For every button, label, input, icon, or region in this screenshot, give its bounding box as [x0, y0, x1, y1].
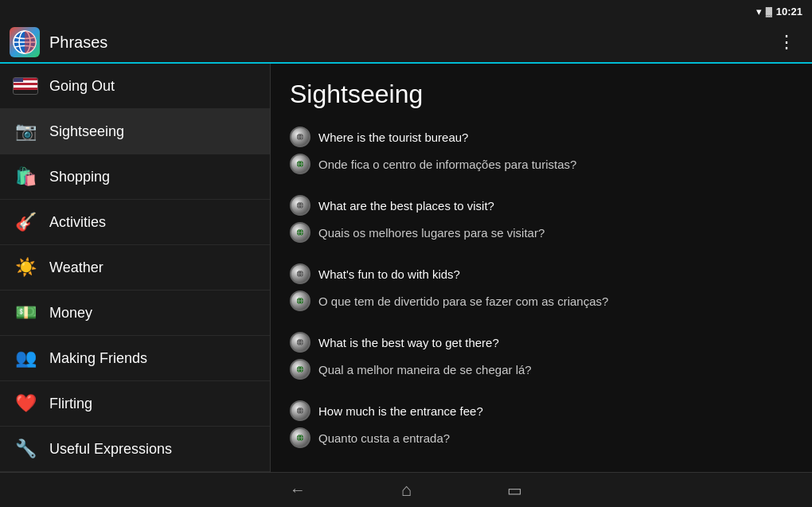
recent-button[interactable]: ▭	[499, 476, 530, 505]
money-icon: 💵	[11, 298, 40, 327]
app-icon	[10, 27, 40, 57]
content-area: Sightseeing Where is the tourist bureau?…	[271, 64, 812, 472]
making-friends-label: Making Friends	[49, 350, 147, 367]
sidebar: Going Out📷Sightseeing🛍️Shopping🎸Activiti…	[0, 64, 271, 472]
speak-icon-en[interactable]	[290, 127, 310, 147]
phrase-row-pt[interactable]: Quais os melhores lugares para se visita…	[290, 219, 793, 246]
sidebar-item-weather[interactable]: ☀️Weather	[0, 245, 270, 291]
main-layout: Going Out📷Sightseeing🛍️Shopping🎸Activiti…	[0, 64, 812, 472]
weather-icon: ☀️	[11, 253, 40, 282]
speak-icon-pt[interactable]	[290, 154, 310, 174]
phrase-text-en: How much is the entrance fee?	[318, 404, 483, 418]
speak-icon-pt[interactable]	[290, 222, 310, 243]
phrase-row-en[interactable]: What's fun to do with kids?	[290, 260, 793, 287]
flirting-label: Flirting	[49, 396, 92, 412]
going-out-label: Going Out	[49, 78, 115, 95]
action-bar: Phrases ⋮	[0, 22, 812, 64]
activities-icon: 🎸	[11, 208, 40, 236]
phrase-row-pt[interactable]: Qual a melhor maneira de se chegar lá?	[290, 356, 793, 383]
phrase-row-pt[interactable]: Quanto custa a entrada?	[290, 424, 793, 451]
more-menu-button[interactable]: ⋮	[771, 29, 802, 56]
money-label: Money	[49, 305, 92, 322]
phrase-text-pt: Quanto custa a entrada?	[318, 431, 450, 445]
sidebar-item-money[interactable]: 💵Money	[0, 291, 270, 336]
useful-expressions-label: Useful Expressions	[49, 441, 172, 458]
nav-bar: ← ⌂ ▭	[0, 472, 812, 507]
phrase-pair: What's fun to do with kids?O que tem de …	[290, 260, 793, 314]
going-out-icon	[11, 72, 40, 100]
shopping-label: Shopping	[49, 169, 110, 185]
phrase-row-en[interactable]: Where is the tourist bureau?	[290, 123, 793, 150]
sidebar-item-going-out[interactable]: Going Out	[0, 64, 270, 109]
app-title: Phrases	[49, 33, 771, 52]
phrase-row-en[interactable]: What are the best places to visit?	[290, 192, 793, 219]
useful-expressions-icon: 🔧	[11, 435, 40, 463]
sidebar-item-making-friends[interactable]: 👥Making Friends	[0, 336, 270, 381]
sidebar-item-sightseeing[interactable]: 📷Sightseeing	[0, 109, 270, 154]
speak-icon-en[interactable]	[290, 332, 310, 353]
shopping-icon: 🛍️	[11, 162, 40, 191]
phrase-text-pt: Qual a melhor maneira de se chegar lá?	[318, 363, 532, 376]
status-time: 10:21	[776, 6, 802, 18]
phrase-pair: Where is the tourist bureau?Onde fica o …	[290, 123, 793, 177]
making-friends-icon: 👥	[11, 344, 40, 372]
phrase-text-en: What are the best places to visit?	[318, 199, 494, 213]
activities-label: Activities	[49, 214, 106, 231]
phrase-row-en[interactable]: What is the best way to get there?	[290, 329, 793, 356]
speak-icon-en[interactable]	[290, 195, 310, 216]
sidebar-item-flirting[interactable]: ❤️Flirting	[0, 381, 270, 427]
phrase-text-pt: O que tem de divertido para se fazer com…	[318, 294, 608, 308]
phrase-text-pt: Quais os melhores lugares para se visita…	[318, 226, 545, 240]
status-icons: ▾ ▓ 10:21	[756, 6, 802, 18]
speak-icon-pt[interactable]	[290, 291, 310, 311]
phrase-pair: What are the best places to visit?Quais …	[290, 192, 793, 246]
speak-icon-pt[interactable]	[290, 427, 310, 448]
phrase-text-en: Where is the tourist bureau?	[318, 131, 468, 144]
phrase-pair: How much is the entrance fee?Quanto cust…	[290, 397, 793, 451]
phrase-text-en: What is the best way to get there?	[318, 336, 499, 349]
phrase-row-pt[interactable]: Onde fica o centro de informações para t…	[290, 150, 793, 177]
sightseeing-label: Sightseeing	[49, 123, 124, 140]
sidebar-item-useful-expressions[interactable]: 🔧Useful Expressions	[0, 427, 270, 472]
phrase-pair: What is the best way to get there?Qual a…	[290, 329, 793, 383]
home-button[interactable]: ⌂	[393, 475, 420, 505]
back-button[interactable]: ←	[282, 476, 314, 504]
phrase-row-pt[interactable]: O que tem de divertido para se fazer com…	[290, 287, 793, 314]
content-title: Sightseeing	[290, 80, 793, 109]
phrase-text-pt: Onde fica o centro de informações para t…	[318, 158, 576, 171]
status-bar: ▾ ▓ 10:21	[0, 0, 812, 22]
battery-icon: ▓	[766, 6, 772, 16]
speak-icon-en[interactable]	[290, 400, 310, 421]
weather-label: Weather	[49, 259, 103, 276]
sidebar-item-shopping[interactable]: 🛍️Shopping	[0, 154, 270, 200]
phrase-row-en[interactable]: How much is the entrance fee?	[290, 397, 793, 424]
flirting-icon: ❤️	[11, 389, 40, 418]
phrase-text-en: What's fun to do with kids?	[318, 267, 460, 281]
speak-icon-pt[interactable]	[290, 359, 310, 380]
sidebar-item-activities[interactable]: 🎸Activities	[0, 200, 270, 245]
sightseeing-icon: 📷	[11, 117, 40, 146]
wifi-icon: ▾	[756, 6, 762, 18]
speak-icon-en[interactable]	[290, 263, 310, 284]
